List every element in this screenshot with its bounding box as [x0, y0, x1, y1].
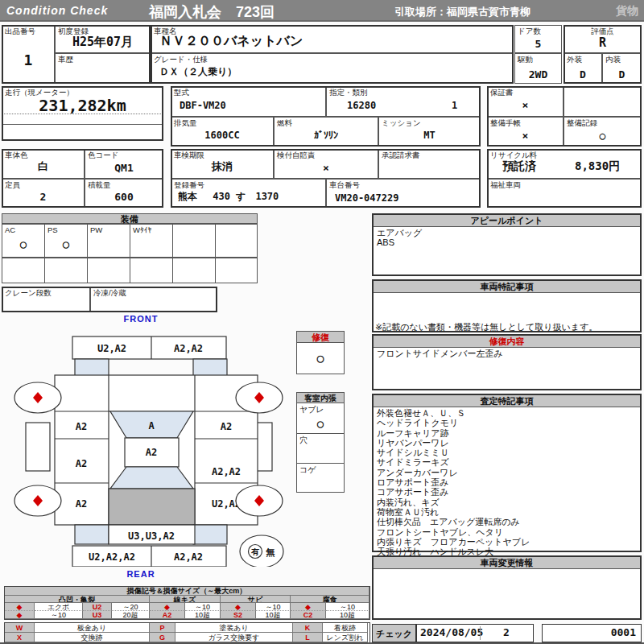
brand-title: Condition Check: [6, 4, 108, 17]
repair-mark-box: 修復 ○: [296, 331, 345, 374]
field-label: 外装: [567, 55, 582, 65]
field-interior: 内装 D: [602, 53, 642, 84]
cabin-row-label: コゲ: [299, 464, 316, 476]
field-label: 出品番号: [5, 27, 35, 37]
legend-group-rust: サビ: [221, 596, 291, 603]
interior-value: D: [603, 68, 641, 80]
displacement-value: 1600CC: [171, 130, 273, 141]
class-sub-value: 1: [452, 100, 480, 111]
equipment-cell-pw: PW: [87, 224, 130, 258]
change-info-panel: 車両変更情報: [372, 555, 642, 620]
legend-group-dent: 凸凹・亀裂: [5, 596, 150, 603]
equipment-label: PW: [90, 225, 102, 234]
legend-cell: ～20: [112, 603, 150, 611]
field-grade: グレード・仕様 ＤＸ（２人乗り）: [151, 53, 514, 84]
equipment-cell-empty: [172, 224, 216, 258]
equipment-cell-empty: [2, 258, 45, 283]
drive-value: 2WD: [515, 68, 561, 80]
maintenance-book-value: ×: [488, 130, 563, 142]
field-label: 定員: [5, 180, 20, 191]
spare-no-label: 無: [266, 547, 275, 558]
field-label: 検付自賠責: [277, 151, 316, 161]
divider: [2, 124, 163, 125]
assessment-title: 査定特記事項: [374, 395, 640, 407]
spare-yes-label: 有: [250, 547, 259, 556]
field-chassis-number: 車台番号 VM20-047229: [326, 179, 481, 208]
left-quarter-code: A2: [76, 498, 87, 510]
legend-group-corrosion: 腐食: [291, 596, 369, 603]
legend-code-a2: A2: [150, 611, 185, 619]
equipment-label: Wﾀｲﾔ: [133, 225, 151, 234]
legend-code-l: L: [293, 633, 323, 642]
legend-title: 損傷記号＆損傷サイズ（～最大cm）: [5, 587, 369, 596]
equipment-mark: ○: [2, 237, 44, 250]
field-approval: 承認請求書: [378, 149, 481, 179]
auction-sheet: Condition Check 福岡入札会 723回 引取場所：福岡県古賀市青柳…: [0, 0, 644, 644]
assessment-body: 外装色褪せＡ、Ｕ、Ｓ ヘッドライトクモリ ルーフキャリア跡 リヤバンパーワレ サ…: [374, 407, 640, 557]
cabin-lining-box: 客室内張 ヤブレ ○ 穴 コゲ: [296, 392, 345, 493]
legend-code-u2: U2: [83, 603, 112, 611]
lot-number-value: 1: [2, 52, 54, 68]
cabin-row-mark: ○: [297, 417, 344, 430]
field-doors: ドア数 5: [514, 25, 562, 53]
damage-diamond-icon: ◆: [5, 611, 35, 619]
field-first-registration: 初度登録 H25年07月: [55, 25, 151, 53]
field-empty: [564, 86, 642, 117]
fuel-value: ｶﾞｿﾘﾝ: [275, 130, 378, 141]
front-bumper: [72, 336, 226, 359]
legend-code-p: P: [150, 623, 175, 633]
field-class: 指定・類別 16280 1: [326, 86, 481, 117]
equipment-cell-empty: [215, 258, 258, 283]
field-label: ドア数: [518, 27, 541, 37]
repair-marks-table: W 板金あり P 塗装あり K 看板跡 X 交換跡 G ガラス交換要す L レン…: [4, 622, 370, 643]
field-welfare: 福祉車両: [487, 179, 642, 208]
field-displacement: 排気量 1600CC: [171, 117, 274, 147]
appeal-panel-body: エアバッグ ABS: [374, 227, 640, 249]
field-label: 指定・類別: [329, 88, 368, 98]
field-label: 積載量: [88, 180, 111, 191]
equipment-cell-empty: [215, 224, 258, 258]
left-door-code: A2: [76, 458, 87, 469]
warranty-value: ×: [488, 99, 563, 111]
field-mission: ミッション MT: [378, 117, 481, 147]
check-count: 2: [480, 626, 533, 638]
mission-value: MT: [379, 130, 480, 141]
model-name-value: ＮＶ２００バネットバン: [159, 33, 513, 50]
field-maintenance-book: 整備手帳 ×: [487, 117, 564, 147]
category-badge: 貨物: [616, 4, 638, 19]
legend-cell: レンズ割れ: [323, 633, 368, 642]
change-info-body: [374, 569, 640, 571]
assessment-panel: 査定特記事項 外装色褪せＡ、Ｕ、Ｓ ヘッドライトクモリ ルーフキャリア跡 リヤバ…: [372, 394, 642, 552]
legend-code-s2: S2: [221, 611, 256, 619]
appeal-panel: アピールポイント エアバッグ ABS: [372, 213, 642, 276]
field-label: 車台番号: [329, 180, 360, 191]
rear-bumper-right-code: A2,A2: [174, 551, 203, 563]
capacity-value: 2: [2, 191, 84, 203]
inspection-value: 抹消: [171, 159, 273, 174]
maintenance-record-value: ○: [564, 130, 641, 142]
field-maintenance-record: 整備記録 ○: [564, 117, 642, 147]
cargo-roof: [109, 489, 195, 525]
damage-legend-table: 損傷記号＆損傷サイズ（～最大cm） 凸凹・亀裂 線キズ サビ 腐食 ◆ エクボ …: [4, 586, 370, 620]
equipment-cell-empty: [130, 258, 173, 283]
windshield-code: A: [148, 420, 155, 431]
field-label: 整備記録: [567, 118, 597, 129]
legend-cell: 交換跡: [35, 633, 150, 642]
field-color-code: 色コード QM1: [85, 149, 163, 179]
doors-value: 5: [515, 38, 561, 50]
cabin-box-title: 客室内張: [296, 392, 345, 403]
right-fender-code: A2: [221, 421, 232, 432]
field-label: 内装: [605, 55, 621, 65]
legend-cell: 看板跡: [323, 623, 368, 633]
first-registration-value: H25年07月: [56, 35, 150, 50]
recycle-fee-value: 8,830円: [575, 159, 641, 174]
right-door-code: A2,A2: [212, 466, 241, 477]
body-color-value: 白: [2, 159, 84, 174]
field-capacity: 定員 2: [2, 179, 85, 208]
equipment-cell-wtire: Wﾀｲﾔ: [130, 224, 173, 258]
headlight-right: [193, 359, 227, 377]
vehicle-notes-title: 車両特記事項: [374, 281, 640, 293]
legend-code-x: X: [5, 633, 35, 642]
serial-number: 0001: [611, 626, 636, 638]
left-fender-code: A2: [76, 421, 87, 432]
